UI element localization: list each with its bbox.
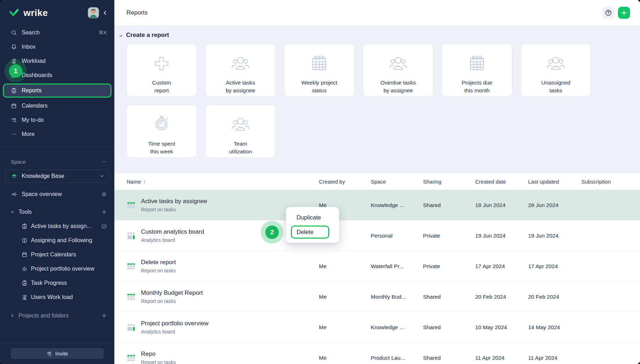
sidebar-item-inbox[interactable]: Inbox (0, 40, 114, 54)
report-row-delete-report[interactable]: Delete report Report on tasks Me Waterfa… (114, 251, 640, 282)
template-card-unassigned-tasks[interactable]: Unassigned tasks (521, 44, 591, 97)
calendar-large-icon (466, 51, 488, 76)
chart-dots-icon (21, 266, 28, 272)
space-selector[interactable]: Knowledge Base (5, 169, 110, 183)
column-header-subscription[interactable]: Subscription (581, 179, 640, 185)
sidebar-item-search[interactable]: Search ⌘K (0, 26, 114, 40)
card-label-line2: by assignee (226, 87, 255, 94)
report-row-custom-analytics-board[interactable]: Custom analytics board Analytics board M… (114, 221, 640, 251)
sidebar-tool-active-tasks-by-assign[interactable]: Active tasks by assign... (0, 219, 114, 233)
create-report-button[interactable] (618, 7, 630, 19)
card-label-line1: Custom (152, 79, 171, 87)
sidebar-footer: Invite (0, 343, 114, 364)
template-card-team-utilization[interactable]: Team utilization (205, 105, 276, 158)
nav-item-label: Search (22, 29, 98, 36)
workload-icon (21, 294, 28, 300)
nav-item-label: Calendars (22, 103, 107, 109)
table-header-row: Name ↑ Created by Space Sharing Created … (114, 173, 640, 190)
report-row-repo[interactable]: Repo Report on tasks Me Product Lau... S… (114, 343, 640, 364)
plus-icon (620, 9, 628, 16)
cell-space: Product Lau... (371, 355, 423, 361)
cell-created-date: 11 Apr 2024 (475, 355, 528, 361)
card-label-line1: Weekly project (301, 79, 337, 87)
sidebar-tool-assigning-and-following[interactable]: Assigning and Following (0, 233, 114, 248)
sidebar-tool-users-work-load[interactable]: Users Work load (0, 290, 114, 304)
template-card-time-spent-this-week[interactable]: Time spent this week (126, 105, 197, 158)
nav-item-label: Dashboards (22, 72, 107, 78)
tools-section-header[interactable]: Tools (0, 205, 114, 219)
add-tool-icon[interactable] (101, 209, 107, 215)
context-menu-delete-highlight: Delete (291, 226, 329, 239)
report-type: Report on tasks (141, 359, 176, 364)
chevron-right-icon (10, 313, 15, 319)
space-name: Knowledge Base (22, 173, 99, 179)
template-card-custom-report[interactable]: Custom report (126, 44, 197, 97)
chevron-down-icon (118, 33, 124, 38)
sidebar-tool-project-calendars[interactable]: Project Calendars (0, 248, 114, 262)
column-header-last-updated[interactable]: Last updated (528, 179, 581, 185)
report-row-active-tasks-by-assignee[interactable]: Active tasks by assignee Report on tasks… (114, 190, 640, 221)
context-menu-delete[interactable]: Delete (292, 227, 328, 238)
card-label-line1: Active tasks (226, 79, 255, 87)
clipboard-chart-icon (21, 223, 28, 229)
create-report-section: Create a report Custom report Active tas… (114, 25, 640, 173)
search-icon (11, 29, 17, 36)
create-report-collapse[interactable]: Create a report (114, 30, 640, 40)
wrike-logo: wrike (9, 7, 88, 18)
report-type: Analytics board (141, 237, 204, 243)
template-card-projects-due-this-month[interactable]: Projects due this month (442, 44, 512, 97)
nav-item-label: My to-do (22, 117, 107, 123)
help-button[interactable] (602, 7, 614, 19)
cell-sharing: Shared (423, 355, 475, 361)
column-header-created-date[interactable]: Created date (475, 179, 528, 185)
template-card-active-tasks-by-assignee[interactable]: Active tasks by assignee (205, 44, 276, 97)
template-card-overdue-tasks-by-assignee[interactable]: Overdue tasks by assignee (363, 44, 433, 97)
nav-item-label: Reports (22, 87, 106, 94)
page-header: Reports (114, 0, 640, 25)
projects-and-folders-item[interactable]: Projects and folders (0, 309, 114, 323)
gear-icon[interactable] (101, 191, 107, 197)
cell-created-date: 17 Apr 2024 (475, 263, 528, 270)
people-icon (229, 112, 251, 137)
annotation-step-1-badge: 1 (9, 64, 22, 78)
context-menu-duplicate[interactable]: Duplicate (286, 211, 339, 224)
sidebar-item-reports[interactable]: Reports (3, 83, 112, 98)
template-cards: Custom report Active tasks by assignee W… (126, 44, 591, 158)
column-header-sharing[interactable]: Sharing (423, 179, 475, 185)
column-header-space[interactable]: Space (371, 179, 423, 185)
create-report-title: Create a report (126, 32, 169, 39)
sidebar-tool-task-progress[interactable]: Task Progress (0, 276, 114, 290)
column-header-created-by[interactable]: Created by (319, 179, 371, 185)
space-overview-item[interactable]: Space overview (0, 187, 114, 201)
card-label-line1: Time spent (148, 140, 175, 148)
person-list-icon (11, 117, 17, 123)
collapse-sidebar-icon[interactable] (101, 9, 109, 17)
sidebar-tool-project-portfolio-overview[interactable]: Project portfolio overview (0, 262, 114, 276)
sidebar-item-more[interactable]: More (0, 127, 114, 141)
enter-arrow-icon (11, 191, 17, 197)
sidebar-item-calendars[interactable]: Calendars (0, 99, 114, 113)
cell-space: Waterfall Pr... (371, 263, 423, 270)
workload-icon (11, 58, 17, 64)
stopwatch-icon (151, 112, 173, 137)
add-project-icon[interactable] (101, 313, 107, 319)
invite-button[interactable]: Invite (11, 348, 104, 359)
card-label-line2: by assignee (380, 87, 416, 94)
cell-sharing: Shared (423, 202, 475, 208)
sidebar-item-my-to-do[interactable]: My to-do (0, 113, 114, 127)
tool-item-label: Task Progress (31, 280, 107, 286)
calendar-icon (11, 103, 17, 109)
report-row-monthly-budget-report[interactable]: Monthly Budget Report Report on tasks Me… (114, 282, 640, 312)
dots-icon (11, 131, 17, 137)
space-menu-icon[interactable] (101, 158, 107, 165)
avatar[interactable] (88, 7, 99, 18)
report-icon (127, 262, 135, 271)
tools-list: Active tasks by assign... Assigning and … (0, 219, 114, 304)
column-header-name[interactable]: Name ↑ (114, 179, 319, 185)
question-icon (604, 9, 612, 17)
bell-icon (11, 44, 17, 50)
report-row-project-portfolio-overview[interactable]: Project portfolio overview Analytics boa… (114, 312, 640, 343)
cell-last-updated: 20 Feb 2024 (528, 294, 581, 300)
reports-table: Name ↑ Created by Space Sharing Created … (114, 173, 640, 364)
template-card-weekly-project-status[interactable]: Weekly project status (284, 44, 354, 97)
